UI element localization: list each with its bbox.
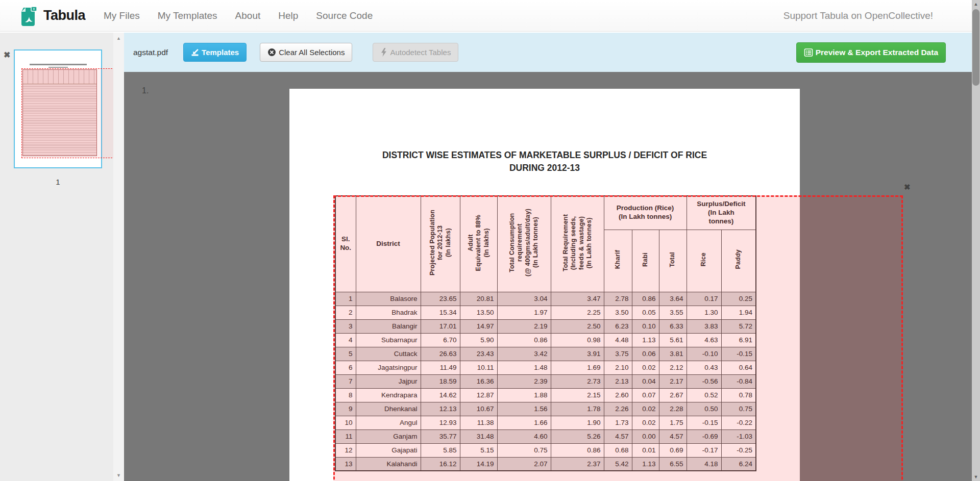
scroll-up-icon[interactable]: ▲ [113, 36, 124, 41]
nav-my-files[interactable]: My Files [104, 10, 140, 21]
toolbar: agstat.pdf Templates Clear All Selection… [124, 33, 972, 72]
scrollbar-thumb[interactable] [972, 9, 979, 86]
scroll-up-icon[interactable]: ▲ [972, 0, 980, 8]
scroll-down-icon[interactable]: ▼ [113, 473, 124, 478]
templates-icon [191, 48, 199, 57]
sidebar: ✖ 1 [0, 33, 113, 481]
thumbnail-title-line [48, 67, 68, 68]
document-title: DISTRICT WISE ESTIMATES OF MARKETABLE SU… [289, 149, 800, 174]
nav-links: My Files My Templates About Help Source … [104, 10, 373, 21]
brand-name[interactable]: Tabula [43, 8, 85, 23]
page-number-label: 1. [142, 86, 149, 95]
preview-export-button[interactable]: Preview & Export Extracted Data [796, 42, 946, 63]
thumbnail-close-icon[interactable]: ✖ [4, 51, 10, 59]
page-thumbnail[interactable] [14, 49, 102, 168]
clear-selections-icon [267, 48, 276, 57]
vertical-scrollbar[interactable]: ▲ ▼ [972, 0, 980, 481]
thumbnail-selection [21, 68, 115, 158]
nav-about[interactable]: About [235, 10, 261, 21]
thumbnail-title-line [30, 64, 87, 65]
lightning-bolt-icon [380, 48, 387, 57]
nav-my-templates[interactable]: My Templates [158, 10, 217, 21]
preview-export-label: Preview & Export Extracted Data [816, 48, 938, 57]
templates-button[interactable]: Templates [183, 43, 247, 62]
clear-all-selections-button[interactable]: Clear All Selections [260, 43, 352, 62]
brand[interactable]: Tabula [20, 5, 85, 27]
tabula-app: Tabula My Files My Templates About Help … [0, 0, 980, 481]
clear-selections-label: Clear All Selections [279, 48, 345, 57]
filename-label: agstat.pdf [133, 48, 168, 57]
selection-close-icon[interactable]: ✖ [904, 183, 911, 191]
scroll-down-icon[interactable]: ▼ [972, 473, 980, 481]
autodetect-tables-label: Autodetect Tables [390, 48, 451, 57]
pdf-workspace[interactable]: 1. DISTRICT WISE ESTIMATES OF MARKETABLE… [124, 72, 972, 481]
tabula-logo-icon [20, 5, 38, 27]
table-selection[interactable] [333, 195, 903, 481]
templates-label: Templates [202, 48, 239, 57]
sidebar-scrollbar[interactable]: ▲ ▼ [113, 33, 124, 481]
list-table-icon [804, 48, 813, 57]
nav-help[interactable]: Help [278, 10, 298, 21]
autodetect-tables-button[interactable]: Autodetect Tables [373, 43, 458, 62]
nav-source-code[interactable]: Source Code [316, 10, 373, 21]
thumbnail-page-number: 1 [14, 178, 102, 186]
support-link[interactable]: Support Tabula on OpenCollective! [783, 10, 933, 21]
navbar: Tabula My Files My Templates About Help … [0, 0, 972, 32]
